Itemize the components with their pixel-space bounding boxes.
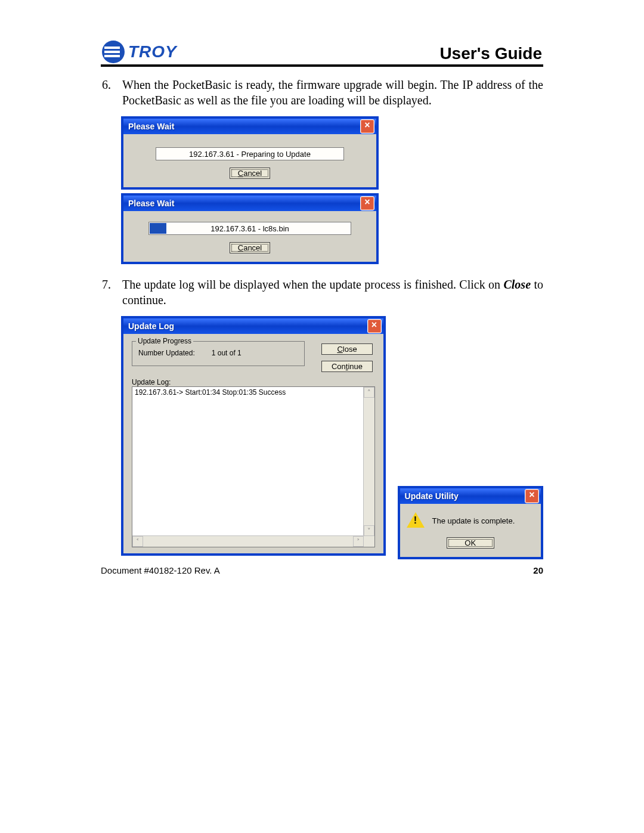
footer-doc-id: Document #40182-120 Rev. A: [101, 565, 220, 575]
scroll-down-icon[interactable]: ˅: [364, 525, 374, 536]
number-updated-value: 1 out of 1: [212, 349, 242, 357]
number-updated-label: Number Updated:: [138, 349, 195, 357]
cancel-button[interactable]: Cancel: [230, 242, 270, 253]
scroll-up-icon[interactable]: ˄: [364, 387, 374, 398]
please-wait-dialog-1: Please Wait × 192.167.3.61 - Preparing t…: [121, 116, 379, 190]
progress-status: 192.167.3.61 - Preparing to Update: [156, 150, 343, 159]
please-wait-dialog-2: Please Wait × 192.167.3.61 - lc8s.bin Ca…: [121, 193, 379, 264]
step-7-number: 7.: [101, 277, 122, 308]
update-utility-dialog: Update Utility × ! The update is complet…: [398, 486, 543, 559]
brand-name: TROY: [128, 42, 177, 61]
header-divider: [101, 64, 543, 67]
scrollbar-horizontal[interactable]: ˂ ˃: [132, 535, 374, 547]
dialog-title: Update Log: [128, 321, 174, 331]
scrollbar-vertical[interactable]: ˄ ˅: [363, 387, 374, 536]
update-log-textarea[interactable]: 192.167.3.61-> Start:01:34 Stop:01:35 Su…: [132, 386, 375, 547]
dialog-title: Please Wait: [128, 122, 174, 131]
continue-button[interactable]: Continue: [321, 361, 373, 372]
close-icon[interactable]: ×: [360, 119, 374, 134]
cancel-label: ancel: [243, 243, 262, 252]
close-icon[interactable]: ×: [525, 489, 539, 503]
close-icon[interactable]: ×: [360, 196, 374, 210]
close-icon[interactable]: ×: [367, 319, 382, 333]
scroll-left-icon[interactable]: ˂: [132, 536, 143, 547]
dialog-title: Please Wait: [128, 199, 174, 208]
logo-icon: [102, 41, 125, 63]
log-line: 192.167.3.61-> Start:01:34 Stop:01:35 Su…: [135, 388, 286, 397]
page-title: User's Guide: [439, 44, 542, 63]
scroll-right-icon[interactable]: ˃: [353, 536, 364, 547]
cancel-label: ancel: [243, 169, 262, 178]
footer-page-number: 20: [533, 565, 543, 575]
step-6-text: When the PocketBasic is ready, the firmw…: [122, 78, 543, 108]
dialog-title: Update Utility: [405, 491, 459, 501]
progress-status: 192.167.3.61 - lc8s.bin: [149, 224, 351, 233]
update-complete-message: The update is complete.: [432, 516, 515, 525]
brand-logo: TROY: [102, 41, 177, 63]
cancel-button[interactable]: Cancel: [230, 168, 270, 179]
update-log-label: Update Log:: [132, 378, 375, 386]
warning-icon: !: [407, 512, 424, 529]
ok-button[interactable]: OK: [447, 537, 494, 549]
update-log-dialog: Update Log × Update Progress Number Upda…: [121, 316, 386, 556]
close-button[interactable]: Close: [321, 343, 373, 355]
step-7-text: The update log will be displayed when th…: [122, 277, 543, 308]
update-progress-label: Update Progress: [136, 337, 193, 345]
step-6-number: 6.: [101, 78, 122, 108]
